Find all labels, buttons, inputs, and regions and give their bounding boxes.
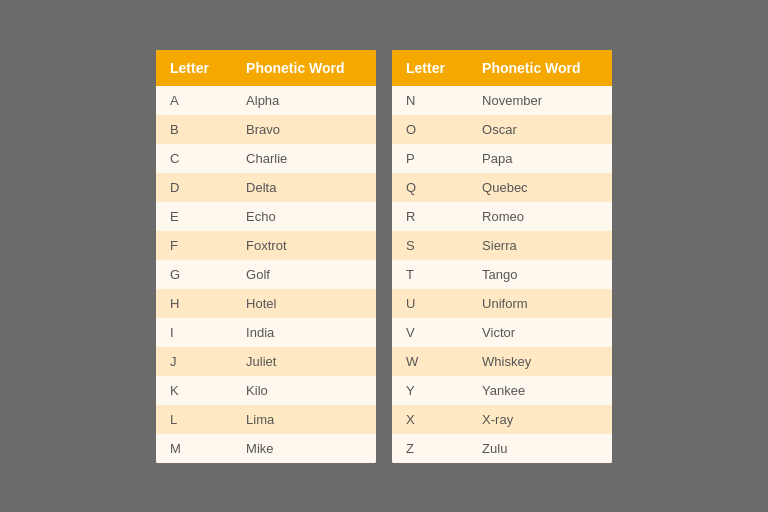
letter-cell: T bbox=[392, 260, 468, 289]
table-row: S Sierra bbox=[392, 231, 612, 260]
word-cell: Hotel bbox=[232, 289, 376, 318]
word-cell: India bbox=[232, 318, 376, 347]
table2-col2-header: Phonetic Word bbox=[468, 50, 612, 86]
word-cell: Lima bbox=[232, 405, 376, 434]
table-row: A Alpha bbox=[156, 86, 376, 115]
table-row: U Uniform bbox=[392, 289, 612, 318]
letter-cell: R bbox=[392, 202, 468, 231]
word-cell: Romeo bbox=[468, 202, 612, 231]
table-row: Q Quebec bbox=[392, 173, 612, 202]
table-row: H Hotel bbox=[156, 289, 376, 318]
letter-cell: W bbox=[392, 347, 468, 376]
letter-cell: Z bbox=[392, 434, 468, 463]
table-row: E Echo bbox=[156, 202, 376, 231]
page-container: Letter Phonetic Word A Alpha B Bravo C C… bbox=[140, 34, 628, 479]
table1-col1-header: Letter bbox=[156, 50, 232, 86]
letter-cell: K bbox=[156, 376, 232, 405]
table1-col2-header: Phonetic Word bbox=[232, 50, 376, 86]
letter-cell: U bbox=[392, 289, 468, 318]
word-cell: Zulu bbox=[468, 434, 612, 463]
table-row: F Foxtrot bbox=[156, 231, 376, 260]
table-row: C Charlie bbox=[156, 144, 376, 173]
word-cell: Foxtrot bbox=[232, 231, 376, 260]
letter-cell: L bbox=[156, 405, 232, 434]
table-row: P Papa bbox=[392, 144, 612, 173]
letter-cell: A bbox=[156, 86, 232, 115]
table-row: Z Zulu bbox=[392, 434, 612, 463]
word-cell: Charlie bbox=[232, 144, 376, 173]
letter-cell: O bbox=[392, 115, 468, 144]
word-cell: Yankee bbox=[468, 376, 612, 405]
letter-cell: G bbox=[156, 260, 232, 289]
table-row: Y Yankee bbox=[392, 376, 612, 405]
word-cell: Golf bbox=[232, 260, 376, 289]
table1-wrapper: Letter Phonetic Word A Alpha B Bravo C C… bbox=[156, 50, 376, 463]
letter-cell: B bbox=[156, 115, 232, 144]
letter-cell: F bbox=[156, 231, 232, 260]
table-row: R Romeo bbox=[392, 202, 612, 231]
word-cell: Quebec bbox=[468, 173, 612, 202]
word-cell: Mike bbox=[232, 434, 376, 463]
letter-cell: I bbox=[156, 318, 232, 347]
table1: Letter Phonetic Word A Alpha B Bravo C C… bbox=[156, 50, 376, 463]
word-cell: Alpha bbox=[232, 86, 376, 115]
word-cell: X-ray bbox=[468, 405, 612, 434]
word-cell: Papa bbox=[468, 144, 612, 173]
table2-wrapper: Letter Phonetic Word N November O Oscar … bbox=[392, 50, 612, 463]
table-row: B Bravo bbox=[156, 115, 376, 144]
table-row: L Lima bbox=[156, 405, 376, 434]
letter-cell: C bbox=[156, 144, 232, 173]
table-row: X X-ray bbox=[392, 405, 612, 434]
word-cell: November bbox=[468, 86, 612, 115]
word-cell: Kilo bbox=[232, 376, 376, 405]
letter-cell: M bbox=[156, 434, 232, 463]
table-row: I India bbox=[156, 318, 376, 347]
table2-col1-header: Letter bbox=[392, 50, 468, 86]
table2: Letter Phonetic Word N November O Oscar … bbox=[392, 50, 612, 463]
letter-cell: S bbox=[392, 231, 468, 260]
letter-cell: Y bbox=[392, 376, 468, 405]
word-cell: Sierra bbox=[468, 231, 612, 260]
letter-cell: E bbox=[156, 202, 232, 231]
word-cell: Whiskey bbox=[468, 347, 612, 376]
table-row: G Golf bbox=[156, 260, 376, 289]
letter-cell: N bbox=[392, 86, 468, 115]
table-row: N November bbox=[392, 86, 612, 115]
letter-cell: D bbox=[156, 173, 232, 202]
word-cell: Oscar bbox=[468, 115, 612, 144]
letter-cell: H bbox=[156, 289, 232, 318]
letter-cell: Q bbox=[392, 173, 468, 202]
letter-cell: X bbox=[392, 405, 468, 434]
letter-cell: V bbox=[392, 318, 468, 347]
table-row: V Victor bbox=[392, 318, 612, 347]
table-row: M Mike bbox=[156, 434, 376, 463]
word-cell: Tango bbox=[468, 260, 612, 289]
word-cell: Victor bbox=[468, 318, 612, 347]
word-cell: Juliet bbox=[232, 347, 376, 376]
word-cell: Delta bbox=[232, 173, 376, 202]
word-cell: Uniform bbox=[468, 289, 612, 318]
table-row: W Whiskey bbox=[392, 347, 612, 376]
letter-cell: J bbox=[156, 347, 232, 376]
table-row: D Delta bbox=[156, 173, 376, 202]
word-cell: Echo bbox=[232, 202, 376, 231]
table-row: K Kilo bbox=[156, 376, 376, 405]
table-row: T Tango bbox=[392, 260, 612, 289]
table-row: J Juliet bbox=[156, 347, 376, 376]
letter-cell: P bbox=[392, 144, 468, 173]
table-row: O Oscar bbox=[392, 115, 612, 144]
word-cell: Bravo bbox=[232, 115, 376, 144]
